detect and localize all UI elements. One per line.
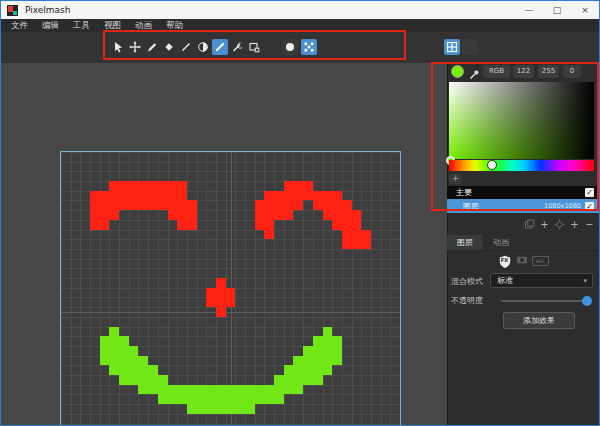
pixel-run bbox=[168, 210, 197, 220]
blend-mode-select[interactable]: 标准 ▾ bbox=[490, 273, 593, 288]
layer-visibility-checkbox[interactable]: ✓ bbox=[585, 202, 594, 211]
title-bar: Pixelmash — □ × bbox=[1, 1, 599, 19]
pixel-run bbox=[332, 220, 361, 230]
app-logo-icon bbox=[7, 5, 18, 16]
shading-tool-button[interactable] bbox=[195, 39, 211, 55]
mask-button[interactable] bbox=[516, 251, 528, 270]
brush-shape-round-button[interactable] bbox=[282, 39, 298, 55]
rect-select-tool-button[interactable] bbox=[246, 39, 262, 55]
menu-tools[interactable]: 工具 bbox=[66, 19, 97, 32]
pixel-run bbox=[119, 375, 167, 385]
target-layer-button[interactable] bbox=[553, 218, 566, 231]
layer-group-row[interactable]: 主要 ✓ bbox=[447, 186, 599, 199]
maximize-button[interactable]: □ bbox=[543, 1, 571, 19]
pixel-run bbox=[313, 200, 352, 210]
pixel-run bbox=[342, 230, 371, 240]
pixel-run bbox=[100, 346, 139, 356]
add-group-button[interactable]: + bbox=[568, 218, 581, 231]
app-window: Pixelmash — □ × 文件 编辑 工具 视图 动画 帮助 bbox=[0, 0, 600, 426]
green-channel-value[interactable]: 255 bbox=[538, 65, 559, 78]
remove-layer-button[interactable]: − bbox=[583, 218, 596, 231]
window-title: Pixelmash bbox=[25, 5, 71, 15]
menu-bar: 文件 编辑 工具 视图 动画 帮助 bbox=[1, 19, 599, 32]
layer-row-selected[interactable]: 图层 1080x1080 ✓ bbox=[447, 199, 599, 213]
opacity-slider-knob[interactable] bbox=[582, 296, 592, 306]
saturation-value-picker[interactable] bbox=[449, 82, 594, 159]
pixel-run bbox=[109, 327, 119, 337]
half-circle-icon bbox=[197, 38, 209, 57]
select-tool-button[interactable] bbox=[110, 39, 126, 55]
layer-actions-row: + + − bbox=[447, 216, 599, 233]
pixel-run bbox=[323, 327, 333, 337]
eyedropper-icon[interactable] bbox=[468, 66, 480, 78]
minimize-button[interactable]: — bbox=[515, 1, 543, 19]
opacity-slider[interactable] bbox=[501, 300, 589, 302]
cursor-icon bbox=[112, 38, 124, 57]
pixel-run bbox=[109, 181, 186, 191]
pixel-run bbox=[264, 230, 274, 240]
opacity-label: 不透明度 bbox=[451, 293, 483, 308]
eraser-icon bbox=[163, 38, 175, 57]
layer-group-name: 主要 bbox=[456, 187, 472, 198]
duplicate-layer-button[interactable] bbox=[523, 218, 536, 231]
chevron-down-icon: ▾ bbox=[583, 277, 587, 285]
pixel-run bbox=[264, 191, 341, 201]
fx-shield-button[interactable]: FX bbox=[498, 254, 512, 268]
tab-animation[interactable]: 动画 bbox=[483, 235, 519, 250]
pixel-run bbox=[90, 191, 187, 201]
color-mode-button[interactable]: RGB bbox=[483, 65, 510, 78]
circle-icon bbox=[284, 38, 296, 57]
eraser-tool-button[interactable] bbox=[161, 39, 177, 55]
pixel-run bbox=[187, 404, 255, 414]
layer-size-label: 1080x1080 bbox=[544, 202, 581, 210]
menu-animation[interactable]: 动画 bbox=[128, 19, 159, 32]
line-tool-button[interactable] bbox=[178, 39, 194, 55]
hue-slider-knob[interactable] bbox=[487, 160, 497, 170]
pencil-tool-button[interactable] bbox=[144, 39, 160, 55]
pixel-canvas[interactable] bbox=[60, 151, 401, 426]
hue-slider[interactable] bbox=[449, 160, 594, 171]
pixel-run bbox=[284, 181, 313, 191]
pixel-run bbox=[138, 385, 303, 395]
pixel-run bbox=[313, 336, 342, 346]
move-tool-button[interactable] bbox=[127, 39, 143, 55]
red-channel-value[interactable]: 122 bbox=[513, 65, 534, 78]
layer-name: 图层 bbox=[463, 201, 479, 212]
menu-edit[interactable]: 编辑 bbox=[35, 19, 66, 32]
reference-button[interactable]: REF bbox=[532, 256, 549, 266]
pixel-run bbox=[100, 336, 129, 346]
pencil-icon bbox=[146, 38, 158, 57]
current-color-swatch[interactable] bbox=[451, 65, 464, 78]
close-button[interactable]: × bbox=[571, 1, 599, 19]
menu-view[interactable]: 视图 bbox=[97, 19, 128, 32]
pixel-run bbox=[177, 220, 196, 230]
toolbar: 29 29 bbox=[1, 32, 599, 63]
smudge-tool-button[interactable] bbox=[229, 39, 245, 55]
pixel-run bbox=[109, 365, 157, 375]
line-icon bbox=[180, 38, 192, 57]
dither-pattern-icon bbox=[303, 38, 315, 57]
pixel-run bbox=[323, 210, 362, 220]
pixel-run bbox=[90, 220, 109, 230]
add-effect-button[interactable]: 添加效果 bbox=[503, 312, 575, 329]
add-swatch-button[interactable]: + bbox=[449, 174, 462, 184]
blue-channel-value[interactable]: 0 bbox=[563, 65, 581, 78]
menu-file[interactable]: 文件 bbox=[4, 19, 35, 32]
grid-view-alt-button[interactable] bbox=[462, 39, 478, 55]
grid-view-button[interactable] bbox=[444, 39, 460, 55]
dither-toggle-button[interactable] bbox=[301, 39, 317, 55]
pixel-run bbox=[158, 394, 284, 404]
add-layer-button[interactable]: + bbox=[538, 218, 551, 231]
pixel-run bbox=[100, 356, 148, 366]
layer-group-visibility-checkbox[interactable]: ✓ bbox=[585, 188, 594, 197]
fx-shield-label: FX bbox=[498, 257, 512, 263]
pixel-run bbox=[303, 346, 342, 356]
brush-tool-button[interactable] bbox=[212, 39, 228, 55]
menu-help[interactable]: 帮助 bbox=[159, 19, 190, 32]
vector-brush-icon bbox=[231, 38, 243, 57]
blend-mode-label: 混合模式 bbox=[451, 274, 483, 289]
pixel-run bbox=[293, 356, 341, 366]
center-guide-horizontal bbox=[61, 312, 400, 313]
tab-layers[interactable]: 图层 bbox=[447, 235, 483, 250]
pixel-run bbox=[206, 288, 235, 298]
